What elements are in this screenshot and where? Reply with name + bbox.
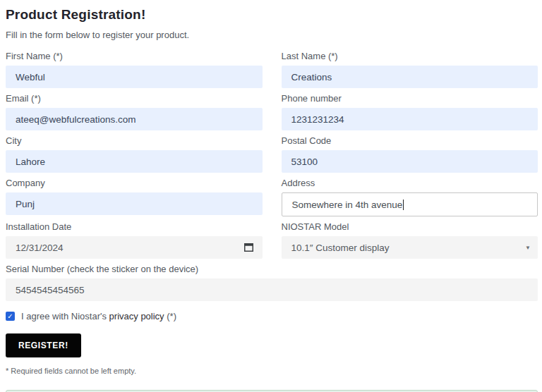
chevron-down-icon: ▼ [525,245,531,251]
last-name-value: Creations [291,72,332,82]
calendar-icon[interactable] [244,243,253,252]
field-postal-code: Postal Code 53100 [282,135,538,173]
agreement-text: I agree with Niostar's privacy policy (*… [21,311,176,321]
phone-input[interactable]: 1231231234 [282,108,538,130]
installation-date-value: 12/31/2024 [16,243,64,253]
first-name-input[interactable]: Webful [6,66,263,88]
privacy-policy-link[interactable]: privacy policy [109,311,164,321]
serial-number-value: 5454545454565 [16,285,85,295]
postal-code-label: Postal Code [282,135,538,147]
company-value: Punj [16,199,35,209]
first-name-value: Webful [16,72,45,82]
city-input[interactable]: Lahore [6,150,263,173]
field-installation-date: Installation Date 12/31/2024 [6,221,263,259]
privacy-policy-checkbox[interactable]: ✓ [6,312,15,321]
first-name-label: First Name (*) [6,51,263,62]
registration-form: First Name (*) Webful Last Name (*) Crea… [6,51,538,264]
agreement-text-after: (*) [164,311,176,321]
field-niostar-model: NIOSTAR Model 10.1″ Customer display ▼ [282,221,538,259]
postal-code-value: 53100 [291,157,318,167]
address-input[interactable]: Somewhere in 4th avenue [282,192,538,216]
field-phone: Phone number 1231231234 [282,93,538,130]
phone-value: 1231231234 [291,114,344,125]
agreement-text-before: I agree with Niostar's [21,311,109,321]
serial-number-label: Serial Number (check the sticker on the … [6,264,538,275]
city-value: Lahore [16,157,45,167]
postal-code-input[interactable]: 53100 [282,150,538,173]
field-email: Email (*) ateeq@webfulcreations.com [6,93,263,130]
field-company: Company Punj [6,178,263,216]
installation-date-input[interactable]: 12/31/2024 [6,236,263,259]
page-title: Product Registration! [6,7,538,23]
field-city: City Lahore [6,135,263,173]
niostar-model-value: 10.1″ Customer display [291,243,390,253]
required-fields-footnote: * Required fields cannot be left empty. [6,367,538,375]
text-caret [403,200,404,210]
company-label: Company [6,178,263,189]
page-subtitle: Fill in the form below to register your … [6,30,538,40]
niostar-model-select[interactable]: 10.1″ Customer display ▼ [282,236,538,259]
field-serial-number: Serial Number (check the sticker on the … [6,264,538,301]
installation-date-label: Installation Date [6,221,263,233]
email-label: Email (*) [6,93,263,104]
email-value: ateeq@webfulcreations.com [16,114,136,125]
field-last-name: Last Name (*) Creations [282,51,538,88]
register-button[interactable]: REGISTER! [6,333,81,357]
company-input[interactable]: Punj [6,192,263,215]
address-value: Somewhere in 4th avenue [292,200,403,210]
last-name-label: Last Name (*) [282,51,538,62]
registration-page: Product Registration! Fill in the form b… [0,0,542,392]
city-label: City [6,135,263,147]
last-name-input[interactable]: Creations [282,66,538,88]
niostar-model-label: NIOSTAR Model [282,221,538,233]
agreement-row: ✓ I agree with Niostar's privacy policy … [6,311,538,321]
field-first-name: First Name (*) Webful [6,51,263,88]
serial-number-input[interactable]: 5454545454565 [6,278,538,301]
phone-label: Phone number [282,93,538,104]
email-input[interactable]: ateeq@webfulcreations.com [6,108,263,130]
address-label: Address [282,178,538,189]
field-address: Address Somewhere in 4th avenue [282,178,538,216]
